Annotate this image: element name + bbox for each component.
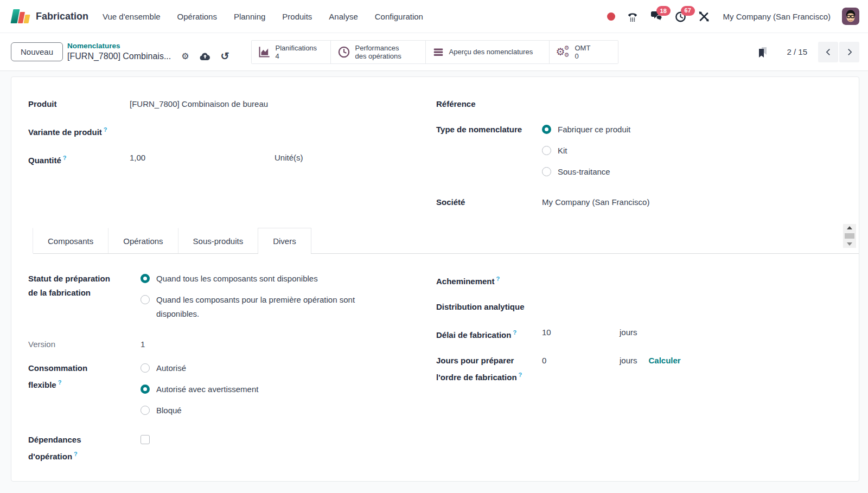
bookmark-icon[interactable] (756, 46, 769, 59)
help-icon: ? (58, 379, 62, 386)
area-chart-icon (258, 46, 271, 58)
delai-input[interactable]: 10 (542, 325, 620, 340)
field-version: Version 1 (28, 337, 436, 351)
user-avatar[interactable] (842, 8, 859, 25)
pager-count: 2 / 15 (787, 47, 807, 56)
stat-button-omt[interactable]: ⚙⚙⚙ OMT 0 (549, 41, 618, 63)
stat-value: 0 (575, 52, 579, 60)
field-societe: Société My Company (San Francisco) (436, 195, 826, 209)
field-statut-preparation: Statut de préparation de la fabrication … (28, 272, 436, 321)
field-quantite: Quantité? 1,00Unité(s) (28, 151, 436, 168)
quantite-input[interactable]: 1,00 (130, 151, 275, 165)
app-brand[interactable]: Fabrication (11, 7, 88, 25)
dependances-checkbox[interactable] (141, 435, 150, 444)
consommation-radio-group: Autorisé Autorisé avec avertissement Blo… (130, 361, 436, 418)
version-value: 1 (141, 337, 145, 351)
type-nomenclature-label: Type de nomenclature (436, 123, 542, 179)
activities-clock-icon[interactable]: 67 (674, 10, 687, 23)
stat-value: 4 (276, 52, 279, 60)
produit-label: Produit (28, 97, 130, 111)
gears-icon: ⚙⚙⚙ (556, 45, 570, 59)
pager-area: 2 / 15 (756, 42, 859, 62)
stat-button-group: Planifications 4 Performances des opérat… (251, 40, 618, 64)
stat-button-apercu-nomenclatures[interactable]: Aperçu des nomenclatures (425, 41, 549, 63)
vertical-scrollbar[interactable] (843, 224, 856, 248)
help-icon: ? (496, 276, 500, 282)
statut-radio-group: Quand tous les composants sont disponibl… (130, 272, 436, 321)
variante-label: Variante de produit? (28, 123, 130, 139)
radio-kit[interactable] (542, 146, 551, 155)
distribution-label: Distribution analytique (436, 300, 542, 314)
stat-button-planifications[interactable]: Planifications 4 (252, 41, 330, 63)
field-produit: Produit [FURN_7800] Combinaison de burea… (28, 97, 436, 111)
stat-label: Performances des opérations (355, 44, 410, 60)
tools-icon[interactable] (698, 11, 710, 22)
content-area: Produit [FURN_7800] Combinaison de burea… (0, 71, 868, 493)
nav-item-produits[interactable]: Produits (282, 12, 312, 21)
scroll-down-arrow-icon[interactable] (847, 242, 852, 246)
acheminement-label: Acheminement? (436, 272, 542, 289)
field-dependances-operation: Dépendances d'opération? (28, 433, 436, 464)
main-menu: Vue d'ensemble Opérations Planning Produ… (103, 12, 423, 21)
new-button[interactable]: Nouveau (11, 42, 63, 61)
tab-composants[interactable]: Composants (33, 228, 108, 253)
nav-item-vue-densemble[interactable]: Vue d'ensemble (103, 12, 161, 21)
nav-item-configuration[interactable]: Configuration (375, 12, 423, 21)
dependances-label: Dépendances d'opération? (28, 433, 130, 464)
settings-gear-icon[interactable]: ⚙ (181, 52, 189, 61)
activities-badge: 67 (681, 6, 695, 16)
manufacturing-app-icon (11, 7, 30, 25)
clock-icon (337, 46, 350, 59)
company-switcher[interactable]: My Company (San Francisco) (723, 12, 831, 21)
breadcrumb-parent-link[interactable]: Nomenclatures (67, 42, 229, 51)
scrollbar-thumb[interactable] (845, 233, 854, 239)
systray: 18 67 My Company (San Francisco) (607, 8, 859, 25)
radio-quand-tous-composants[interactable] (141, 274, 150, 283)
phone-icon[interactable] (627, 10, 639, 22)
produit-value[interactable]: [FURN_7800] Combinaison de bureau (130, 97, 268, 111)
breadcrumb-current: [FURN_7800] Combinais... (67, 51, 171, 62)
help-icon: ? (513, 329, 516, 336)
field-jours-preparer: Jours pour préparer l'ordre de fabricati… (436, 354, 826, 385)
radio-bloque[interactable] (141, 406, 150, 415)
radio-sous-traitance[interactable] (542, 167, 551, 176)
delai-unit: jours (620, 325, 637, 340)
jours-preparer-input[interactable]: 0 (542, 354, 620, 368)
app-name[interactable]: Fabrication (36, 11, 88, 22)
societe-value[interactable]: My Company (San Francisco) (542, 195, 649, 209)
stat-button-performances[interactable]: Performances des opérations (330, 41, 425, 63)
quantite-uom[interactable]: Unité(s) (275, 151, 303, 165)
calculer-link[interactable]: Calculer (649, 356, 681, 365)
field-reference: Référence (436, 97, 826, 111)
nav-item-planning[interactable]: Planning (234, 12, 265, 21)
list-icon (432, 46, 444, 58)
stat-label: OMT (575, 44, 591, 52)
tab-divers[interactable]: Divers (258, 228, 311, 253)
pager-next-button[interactable] (839, 42, 859, 62)
nav-item-analyse[interactable]: Analyse (329, 12, 358, 21)
messages-icon[interactable]: 18 (650, 10, 663, 22)
radio-autorise[interactable] (141, 363, 150, 373)
control-panel: Nouveau Nomenclatures [FURN_7800] Combin… (0, 33, 868, 71)
discard-undo-icon[interactable]: ↺ (221, 51, 229, 61)
nav-item-operations[interactable]: Opérations (177, 12, 217, 21)
radio-fabriquer-ce-produit[interactable] (542, 125, 551, 134)
notebook-tabs: Composants Opérations Sous-produits Dive… (33, 228, 859, 254)
radio-quand-premiere-operation[interactable] (141, 295, 150, 304)
save-cloud-icon[interactable] (200, 52, 210, 61)
reference-label: Référence (436, 97, 542, 111)
field-acheminement: Acheminement? (436, 272, 826, 289)
help-icon: ? (74, 451, 78, 457)
consommation-label: Consommation flexible? (28, 361, 130, 418)
field-delai-fabrication: Délai de fabrication? 10jours (436, 325, 826, 342)
help-icon: ? (104, 126, 107, 133)
version-label: Version (28, 337, 130, 351)
breadcrumb: Nomenclatures [FURN_7800] Combinais... ⚙… (67, 42, 229, 62)
radio-autorise-avec-avertissement[interactable] (141, 385, 150, 394)
pager-previous-button[interactable] (818, 42, 838, 62)
scroll-up-arrow-icon[interactable] (847, 226, 852, 229)
jours-preparer-unit: jours (620, 354, 637, 368)
tab-sous-produits[interactable]: Sous-produits (178, 228, 259, 253)
tab-operations[interactable]: Opérations (108, 228, 178, 253)
field-variante-de-produit: Variante de produit? (28, 123, 436, 139)
